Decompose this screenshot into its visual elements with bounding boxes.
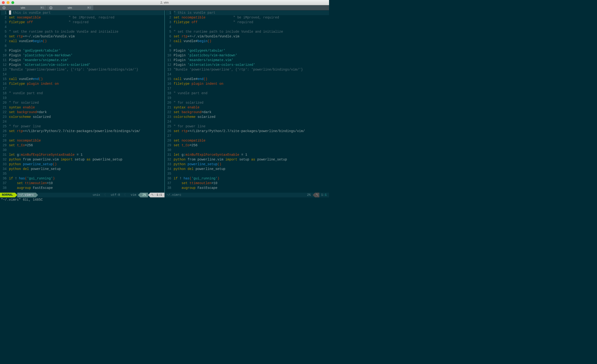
code-token <box>15 35 17 38</box>
code-line[interactable] <box>174 96 329 100</box>
separator-icon <box>313 193 315 197</box>
code-line[interactable] <box>174 133 329 138</box>
code-line[interactable]: python powerline_setup() <box>9 162 165 167</box>
code-token: ) <box>53 177 55 180</box>
code-area-right[interactable]: " this is vundle partset nocompatible " … <box>173 10 329 193</box>
code-line[interactable] <box>9 171 165 176</box>
code-token: filetype <box>9 20 25 24</box>
code-line[interactable]: python del powerline_setup <box>174 167 329 171</box>
code-line[interactable]: set ttimeoutlen=10 <box>9 181 165 186</box>
code-token: syntax <box>9 106 21 109</box>
code-area-left[interactable]: " this is vundle partset nocompatible " … <box>8 10 165 193</box>
code-line[interactable]: " vundle part end <box>9 91 165 96</box>
code-line[interactable] <box>174 25 329 29</box>
code-line[interactable] <box>9 72 165 77</box>
code-line[interactable]: filetype off " required <box>174 20 329 25</box>
code-line[interactable]: filetype off " required <box>9 20 165 25</box>
code-line[interactable]: call vundle#end() <box>174 77 329 81</box>
code-line[interactable]: set rtp+=/Library/Python/2.7/site-packag… <box>174 129 329 133</box>
code-line[interactable]: colorscheme solarized <box>9 115 165 119</box>
code-line[interactable]: set background=dark <box>174 110 329 115</box>
code-line[interactable] <box>9 44 165 48</box>
code-line[interactable]: set nocompatible " be iMproved, required <box>9 15 165 20</box>
code-line[interactable]: Plugin 'altercation/vim-colors-solarized… <box>174 62 329 67</box>
terminal-tab-2[interactable]: × vim ⌘2 <box>47 5 94 10</box>
code-line[interactable]: " for solarized <box>174 100 329 105</box>
code-token: set <box>174 15 180 19</box>
code-line[interactable]: " set the runtime path to include Vundle… <box>174 29 329 34</box>
code-line[interactable]: if ! has('gui_running') <box>9 176 165 181</box>
code-token: if <box>174 177 178 180</box>
code-line[interactable]: set nocompatible <box>9 138 165 143</box>
code-line[interactable]: python from powerline.vim import setup a… <box>9 157 165 162</box>
code-line[interactable]: augroup FastEscape <box>174 186 329 190</box>
code-line[interactable]: set rtp+=~/.vim/bundle/Vundle.vim <box>9 34 165 39</box>
code-line[interactable]: " vundle part end <box>174 91 329 96</box>
code-line[interactable]: let g:minBufExplForceSyntaxEnable = 1 <box>174 152 329 157</box>
code-line[interactable]: " this is vundle part <box>174 10 329 15</box>
code-line[interactable] <box>9 133 165 138</box>
code-line[interactable]: set nocompatible " be iMproved, required <box>174 15 329 20</box>
code-line[interactable]: python del powerline_setup <box>9 167 165 171</box>
code-line[interactable] <box>9 25 165 29</box>
code-line[interactable]: Plugin 'altercation/vim-colors-solarized… <box>9 62 165 67</box>
code-token: powerline_setup <box>23 162 53 166</box>
code-line[interactable]: " for power line <box>9 124 165 129</box>
code-line[interactable]: Plugin 'plasticboy/vim-markdown' <box>174 53 329 58</box>
code-line[interactable]: "Bundle 'powerline/powerline', {'rtp': '… <box>174 67 329 72</box>
line-number: 25 <box>1 124 7 129</box>
code-line[interactable]: set rtp+=~/.vim/bundle/Vundle.vim <box>174 34 329 39</box>
code-line[interactable] <box>174 119 329 124</box>
code-line[interactable] <box>9 119 165 124</box>
code-line[interactable]: set t_Co=256 <box>9 143 165 148</box>
line-number: 6 <box>1 34 7 39</box>
code-line[interactable]: set nocompatible <box>174 138 329 143</box>
code-line[interactable]: call vundle#begin() <box>9 39 165 44</box>
code-token <box>33 20 69 24</box>
code-line[interactable]: call vundle#begin() <box>174 39 329 44</box>
close-icon[interactable]: × <box>2 6 6 9</box>
vim-command-line[interactable]: "~/.vimrc" 61L, 1485C <box>0 197 329 202</box>
code-line[interactable]: Plugin 'godlygeek/tabular' <box>174 48 329 53</box>
code-token: augroup <box>181 186 196 190</box>
code-line[interactable]: Plugin 'godlygeek/tabular' <box>9 48 165 53</box>
code-line[interactable]: call vundle#end() <box>9 77 165 81</box>
code-line[interactable] <box>174 72 329 77</box>
code-line[interactable]: filetype plugin indent on <box>9 81 165 86</box>
code-line[interactable]: augroup FastEscape <box>9 186 165 190</box>
code-line[interactable]: syntax enable <box>174 105 329 110</box>
code-line[interactable] <box>9 96 165 100</box>
code-line[interactable] <box>174 44 329 48</box>
close-icon[interactable]: × <box>49 6 53 9</box>
code-line[interactable]: Plugin 'msanders/snipmate.vim' <box>9 58 165 62</box>
code-line[interactable]: " set the runtime path to include Vundle… <box>9 29 165 34</box>
code-line[interactable]: " this is vundle part <box>9 10 165 15</box>
code-line[interactable]: Plugin 'plasticboy/vim-markdown' <box>9 53 165 58</box>
editor-pane-right[interactable]: 1234567891011121314151617181920212223242… <box>165 10 329 193</box>
line-number: 29 <box>166 143 171 148</box>
code-line[interactable]: Plugin 'msanders/snipmate.vim' <box>174 58 329 62</box>
editor-pane-left[interactable]: 1234567891011121314151617181920212223242… <box>0 10 165 193</box>
code-line[interactable]: python powerline_setup() <box>174 162 329 167</box>
separator-icon: 〈 <box>122 193 126 197</box>
code-line[interactable] <box>9 86 165 91</box>
code-line[interactable]: let g:minBufExplForceSyntaxEnable = 1 <box>9 152 165 157</box>
code-line[interactable] <box>174 148 329 152</box>
code-line[interactable] <box>9 148 165 152</box>
code-line[interactable]: " for power line <box>174 124 329 129</box>
code-line[interactable]: set t_Co=256 <box>174 143 329 148</box>
code-line[interactable]: " for solarized <box>9 100 165 105</box>
code-line[interactable] <box>174 171 329 176</box>
code-line[interactable]: if ! has('gui_running') <box>174 176 329 181</box>
code-line[interactable]: set rtp+=/Library/Python/2.7/site-packag… <box>9 129 165 133</box>
code-line[interactable]: set background=dark <box>9 110 165 115</box>
code-line[interactable] <box>174 86 329 91</box>
code-line[interactable]: colorscheme solarized <box>174 115 329 119</box>
code-line[interactable]: "Bundle 'powerline/powerline', {'rtp': '… <box>9 67 165 72</box>
terminal-tab-1[interactable]: × vim ⌘1 <box>0 5 47 10</box>
code-line[interactable]: set ttimeoutlen=10 <box>174 181 329 186</box>
code-line[interactable]: python from powerline.vim import setup a… <box>174 157 329 162</box>
code-line[interactable]: filetype plugin indent on <box>174 81 329 86</box>
line-number: 26 <box>1 129 7 133</box>
code-line[interactable]: syntax enable <box>9 105 165 110</box>
